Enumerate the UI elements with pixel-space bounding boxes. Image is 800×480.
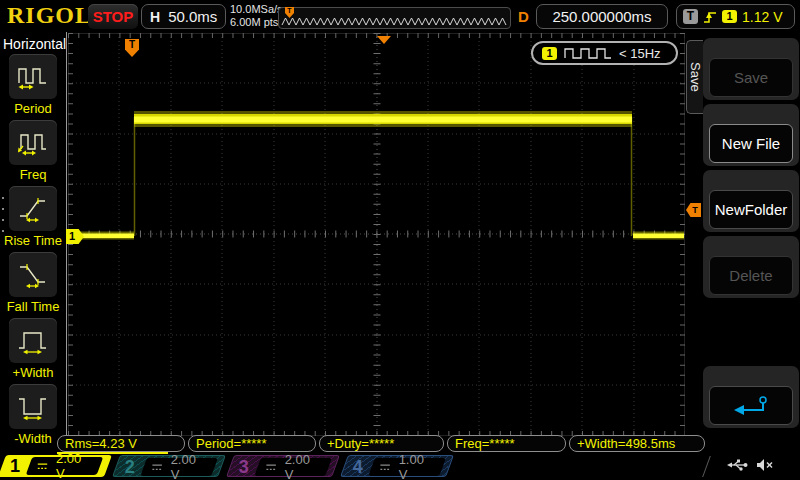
- sample-rate: 10.0MSa/s: [230, 3, 283, 16]
- channel-2-block[interactable]: 2 2.00 V: [112, 455, 226, 477]
- new-file-button[interactable]: New File: [709, 124, 793, 163]
- softkey-slot: NewFolder: [703, 170, 799, 232]
- signal-frequency: < 15Hz: [619, 46, 661, 61]
- channel-1-block[interactable]: 1 2.00 V: [0, 455, 112, 477]
- signal-channel-badge: 1: [542, 47, 557, 60]
- timebase-value: 50.0ms: [168, 8, 217, 25]
- waveform-preview-bar[interactable]: T: [278, 7, 511, 29]
- menu-scroll-dots: [2, 197, 4, 241]
- rising-edge-icon: [703, 9, 717, 25]
- channel-2-scale: 2.00 V: [171, 452, 207, 480]
- run-stop-status[interactable]: STOP: [88, 4, 138, 29]
- delay-value-box: 250.000000ms: [536, 4, 668, 29]
- menu-item-fall-time[interactable]: Fall Time: [0, 252, 66, 316]
- softkey-slot: [703, 366, 799, 428]
- save-button[interactable]: Save: [709, 58, 793, 97]
- back-button[interactable]: [709, 386, 793, 425]
- trigger-source-badge: 1: [722, 10, 737, 23]
- menu-item-period[interactable]: Period: [0, 54, 66, 118]
- speaker-muted-icon: [756, 458, 774, 472]
- channel-4-block[interactable]: 4 1.00 V: [340, 455, 454, 477]
- measurement-rms: Rms=4.23 V: [57, 435, 185, 452]
- menu-tab-save: Save: [686, 40, 703, 114]
- channel-1-scale: 2.00 V: [56, 451, 92, 480]
- timebase-box[interactable]: H 50.0ms: [141, 4, 226, 29]
- rise-time-icon: [17, 195, 49, 223]
- trigger-level-value: 1.12 V: [742, 9, 782, 25]
- measure-menu-title: Horizontal: [3, 36, 66, 52]
- freq-icon: [17, 129, 49, 157]
- channel-3-block[interactable]: 3 2.00 V: [226, 455, 340, 477]
- status-icons: [726, 458, 774, 472]
- square-wave-icon: [564, 47, 612, 59]
- dc-coupling-icon: [37, 462, 48, 471]
- menu-item-freq[interactable]: Freq: [0, 120, 66, 184]
- menu-item-rise-time[interactable]: Rise Time: [0, 186, 66, 250]
- dc-coupling-icon: [266, 463, 277, 472]
- fall-time-icon: [17, 261, 49, 289]
- softkey-slot: Save: [703, 38, 799, 100]
- channel-1-number: 1: [10, 455, 20, 477]
- trigger-status-box: T 1 1.12 V: [676, 4, 795, 29]
- plus-width-icon: [17, 327, 49, 355]
- softkey-slot: Delete: [703, 236, 799, 298]
- usb-icon: [726, 458, 748, 472]
- timebase-label: H: [150, 9, 160, 25]
- left-measure-menu: Horizontal Period: [0, 32, 67, 448]
- top-status-bar: RIGOL STOP H 50.0ms 10.0MSa/s 6.00M pts …: [0, 0, 800, 32]
- trigger-label-badge: T: [683, 9, 698, 24]
- measurement-period: Period=*****: [188, 435, 316, 452]
- bar-divider: [702, 456, 711, 477]
- channel1-waveform: [68, 33, 685, 436]
- measurement-freq: Freq=*****: [447, 435, 566, 452]
- channel-2-number: 2: [125, 456, 135, 478]
- channel-status-bar: 1 2.00 V 2 2.00 V 3: [0, 454, 800, 480]
- signal-status-badge: 1 < 15Hz: [531, 41, 678, 65]
- softkey-slot: New File: [703, 104, 799, 166]
- menu-item-plus-width[interactable]: +Width: [0, 318, 66, 382]
- oscilloscope-screen: RIGOL STOP H 50.0ms 10.0MSa/s 6.00M pts …: [0, 0, 800, 480]
- rigol-logo: RIGOL: [7, 2, 92, 29]
- delete-button[interactable]: Delete: [709, 256, 793, 295]
- right-softkey-menu: Save Save New File NewFolder Delete: [686, 32, 800, 448]
- trigger-center-indicator: [377, 36, 391, 44]
- acquisition-info: 10.0MSa/s 6.00M pts: [230, 3, 283, 29]
- waveform-display: [68, 33, 685, 436]
- period-icon: [17, 63, 49, 91]
- channel-3-scale: 2.00 V: [285, 452, 321, 480]
- preview-waveform: [281, 10, 510, 28]
- return-arrow-icon: [731, 394, 771, 418]
- delay-label: D: [518, 8, 529, 25]
- channel-4-number: 4: [353, 456, 363, 478]
- dc-coupling-icon: [152, 463, 163, 472]
- dc-coupling-icon: [380, 463, 391, 472]
- minus-width-icon: [17, 393, 49, 421]
- measurement-pwidth: +Width=498.5ms: [569, 435, 705, 452]
- measurement-duty: +Duty=*****: [319, 435, 444, 452]
- channel-4-scale: 1.00 V: [399, 452, 435, 480]
- memory-depth: 6.00M pts: [230, 16, 283, 29]
- new-folder-button[interactable]: NewFolder: [709, 190, 793, 229]
- channel-3-number: 3: [239, 456, 249, 478]
